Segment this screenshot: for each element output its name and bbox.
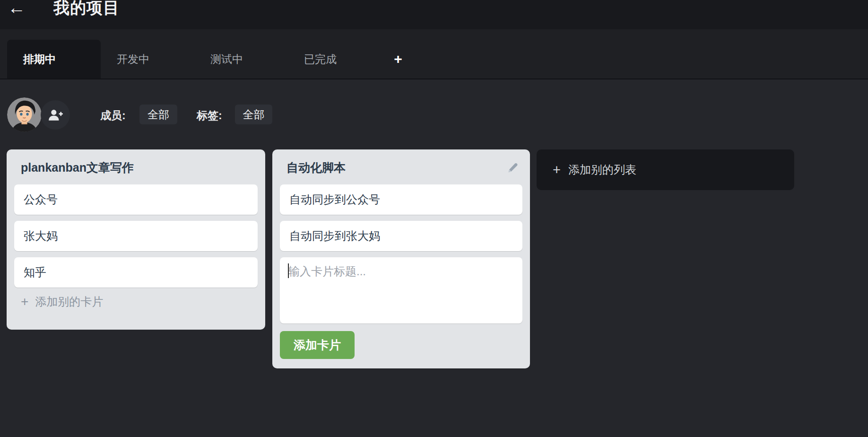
new-card-title-input[interactable] <box>280 257 522 323</box>
add-tab-button[interactable]: + <box>382 40 415 79</box>
kanban-list-article-writing: plankanban文章写作 公众号 张大妈 知乎 + 添加别的卡片 <box>7 149 265 330</box>
tab-done[interactable]: 已完成 <box>288 40 382 79</box>
card[interactable]: 张大妈 <box>14 221 258 251</box>
add-card-label: 添加别的卡片 <box>35 294 103 309</box>
add-card-link[interactable]: + 添加别的卡片 <box>21 294 258 309</box>
avatar-image <box>7 97 42 132</box>
add-list-label: 添加别的列表 <box>568 162 636 177</box>
tab-strip: 排期中 开发中 测试中 已完成 + <box>0 29 868 79</box>
tags-filter-label: 标签: <box>197 108 222 123</box>
tags-filter-value[interactable]: 全部 <box>235 105 272 124</box>
user-avatar[interactable] <box>7 97 42 132</box>
kanban-list-automation-scripts: 自动化脚本 自动同步到公众号 自动同步到张大妈 添加卡片 <box>272 149 530 368</box>
card[interactable]: 知乎 <box>14 257 258 288</box>
edit-pencil-icon[interactable] <box>506 162 519 174</box>
card[interactable]: 公众号 <box>14 184 258 215</box>
add-list-button[interactable]: + 添加别的列表 <box>537 149 794 190</box>
members-filter-label: 成员: <box>100 108 126 123</box>
plus-icon: + <box>21 296 28 307</box>
page-title: 我的项目 <box>53 0 120 18</box>
list-title: 自动化脚本 <box>286 160 346 175</box>
app-header: ← 我的项目 <box>0 0 868 29</box>
card[interactable]: 自动同步到公众号 <box>280 184 522 215</box>
add-member-icon <box>48 108 63 122</box>
back-arrow-icon[interactable]: ← <box>8 0 26 18</box>
list-title: plankanban文章写作 <box>21 160 134 175</box>
card[interactable]: 自动同步到张大妈 <box>280 221 522 251</box>
tab-scheduled[interactable]: 排期中 <box>7 40 101 79</box>
members-filter-value[interactable]: 全部 <box>139 105 177 124</box>
plus-icon: + <box>553 162 561 178</box>
tab-testing[interactable]: 测试中 <box>194 40 288 79</box>
add-card-button[interactable]: 添加卡片 <box>280 331 355 359</box>
add-member-button[interactable] <box>41 100 70 130</box>
text-cursor <box>288 263 289 278</box>
tab-developing[interactable]: 开发中 <box>101 40 194 79</box>
